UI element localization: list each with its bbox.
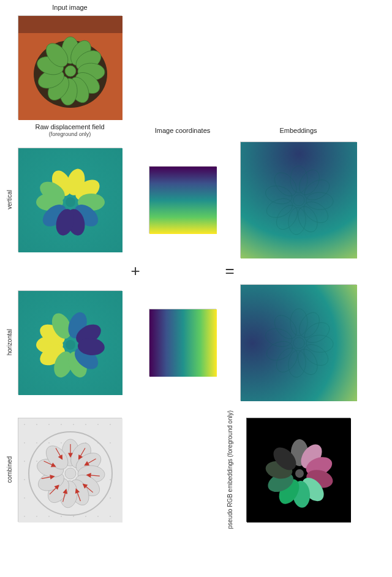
plus-icon: +	[130, 262, 140, 281]
svg-point-29	[110, 442, 111, 443]
svg-point-23	[36, 442, 37, 443]
label-horizontal: horizontal	[6, 329, 13, 355]
svg-point-43	[85, 516, 86, 517]
title-emb: Embeddings	[279, 127, 317, 135]
svg-point-18	[73, 424, 74, 425]
pseudo-rgb-emb: Black background; each leaf a distinct s…	[246, 418, 350, 522]
svg-point-38	[24, 516, 25, 517]
raw-vertical: Teal field with plant silhouette; leaves…	[18, 148, 122, 252]
emb-vertical: Smooth teal-yellow vertical embedding wi…	[240, 141, 356, 258]
svg-point-22	[24, 442, 25, 443]
svg-point-16	[48, 424, 50, 425]
emb-horizontal: Smooth teal-yellow horizontal embedding …	[240, 284, 356, 401]
figure-grid: Input image Top-down photo of a leafy pl…	[4, 4, 388, 529]
svg-point-14	[24, 424, 25, 425]
svg-point-45	[110, 516, 111, 517]
svg-point-33	[24, 479, 25, 480]
svg-point-50	[295, 469, 304, 478]
svg-point-20	[97, 424, 99, 425]
title-coords: Image coordinates	[155, 127, 211, 135]
svg-point-39	[36, 516, 37, 517]
svg-point-6	[66, 197, 75, 207]
svg-point-25	[61, 442, 62, 443]
svg-point-37	[110, 497, 111, 499]
svg-point-30	[24, 461, 25, 462]
coord-vertical: Viridis vertical gradient (dark top → ye…	[149, 166, 216, 233]
svg-point-19	[85, 424, 86, 425]
raw-horizontal: Teal field with plant silhouette; leaves…	[18, 290, 122, 394]
label-pseudo: pseudo RGB embeddings (foreground only)	[227, 410, 233, 529]
svg-rect-11	[149, 309, 217, 377]
label-combined: combined	[6, 456, 13, 483]
combined-quiver: Grayscale plant photo with red quiver ar…	[18, 418, 122, 522]
svg-rect-8	[241, 142, 357, 258]
svg-point-34	[110, 479, 111, 480]
coord-horizontal: Viridis horizontal gradient (dark left →…	[149, 309, 216, 376]
svg-rect-7	[149, 167, 217, 234]
svg-point-15	[36, 424, 37, 425]
svg-rect-3	[18, 16, 123, 33]
svg-point-44	[97, 516, 99, 517]
title-input: Input image	[52, 4, 87, 12]
svg-point-17	[61, 424, 62, 425]
label-vertical: vertical	[6, 190, 13, 209]
svg-point-35	[24, 497, 25, 499]
svg-point-21	[110, 424, 111, 425]
svg-point-41	[61, 516, 62, 517]
equals-icon: =	[225, 262, 234, 281]
svg-point-40	[48, 516, 50, 517]
svg-point-31	[36, 461, 37, 462]
input-image: Top-down photo of a leafy plant in a pot…	[18, 15, 122, 119]
svg-point-42	[73, 516, 74, 517]
title-raw: Raw displacement field (foreground only)	[35, 123, 104, 138]
svg-point-10	[66, 340, 75, 350]
svg-point-24	[48, 442, 50, 443]
svg-rect-12	[241, 285, 357, 401]
